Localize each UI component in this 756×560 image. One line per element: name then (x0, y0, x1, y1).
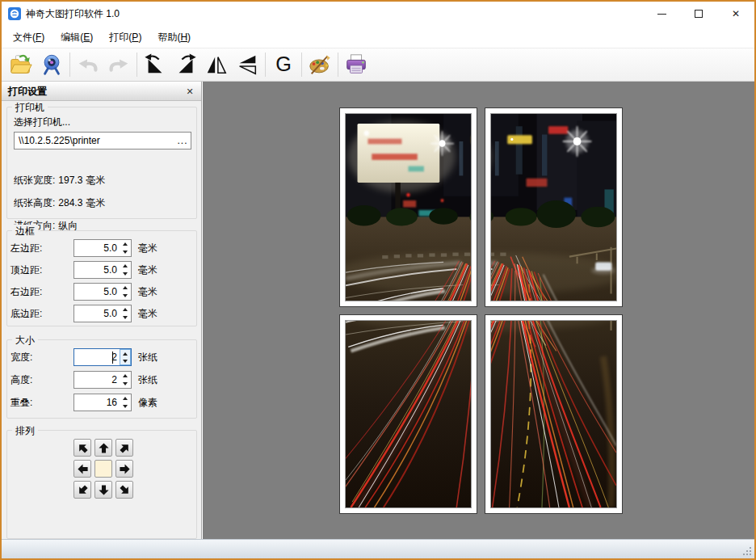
arrange-group-title: 排列 (12, 424, 38, 438)
spin-up-button[interactable] (120, 240, 131, 248)
spin-down-button[interactable] (120, 248, 131, 256)
redo-button[interactable] (103, 50, 134, 79)
margins-group: 边框 左边距: 毫米 顶边距: 毫米 右边距: (6, 230, 197, 326)
palette-icon (308, 53, 332, 77)
menu-edit[interactable]: 编辑(E) (52, 26, 101, 48)
spin-down-button[interactable] (120, 292, 131, 300)
arrange-group: 排列 (6, 430, 197, 539)
menu-file[interactable]: 文件(F) (5, 26, 52, 48)
arrange-up-left-button[interactable] (74, 439, 91, 457)
arrange-left-button[interactable] (74, 460, 91, 478)
arrow-up-right-icon (116, 439, 132, 456)
preview-tile-top-right (485, 107, 623, 307)
rotate-left-icon (143, 53, 167, 77)
tile-image (490, 113, 617, 301)
statusbar (2, 539, 754, 558)
overlap-spinbox[interactable] (74, 394, 132, 411)
spin-up-button[interactable] (120, 372, 131, 380)
margin-bottom-row: 底边距: 毫米 (10, 305, 158, 322)
browse-printer-button[interactable]: ... (174, 135, 191, 146)
toolbar-separator (69, 53, 70, 77)
menu-print[interactable]: 打印(P) (101, 26, 149, 48)
tile-image (490, 320, 617, 508)
svg-text:G: G (275, 53, 292, 75)
resize-grip[interactable] (742, 546, 752, 556)
flip-vertical-button[interactable] (232, 50, 262, 79)
app-logo-icon (8, 7, 21, 20)
printer-path-field[interactable]: ... (14, 132, 191, 149)
close-button[interactable]: ✕ (717, 2, 754, 26)
spin-up-button[interactable] (120, 262, 131, 270)
spin-down-button[interactable] (120, 357, 130, 364)
margin-bottom-spinbox[interactable] (74, 305, 132, 322)
margin-left-spinbox[interactable] (74, 239, 132, 257)
minimize-icon (657, 14, 666, 15)
menubar: 文件(F) 编辑(E) 打印(P) 帮助(H) (2, 26, 754, 48)
preview-tile-top-left (339, 107, 477, 307)
arrange-up-button[interactable] (94, 439, 112, 457)
toolbar-separator (301, 53, 302, 77)
spin-up-button[interactable] (120, 305, 131, 314)
overlap-row: 重叠: 像素 (10, 394, 158, 411)
width-row: 宽度: 张纸 (10, 348, 158, 366)
arrange-down-left-button[interactable] (74, 481, 91, 499)
flip-vertical-icon (235, 53, 259, 77)
open-image-button[interactable] (6, 50, 36, 79)
arrange-up-right-button[interactable] (116, 439, 133, 457)
spin-down-button[interactable] (120, 270, 131, 278)
printer-group-title: 打印机 (12, 101, 48, 115)
arrow-right-icon (119, 463, 131, 475)
arrange-right-button[interactable] (116, 460, 133, 478)
color-palette-button[interactable] (304, 50, 335, 79)
preview-tile-bottom-right (485, 314, 623, 514)
arrange-down-right-button[interactable] (116, 481, 133, 499)
menu-help[interactable]: 帮助(H) (149, 26, 199, 48)
margin-top-row: 顶边距: 毫米 (10, 261, 158, 279)
titlebar[interactable]: 神奇大图打印软件 1.0 ✕ (2, 2, 754, 26)
height-spinbox[interactable] (74, 371, 132, 389)
arrow-down-icon (98, 484, 110, 496)
size-group-title: 大小 (12, 334, 38, 347)
print-button[interactable] (341, 50, 372, 79)
height-row: 高度: 张纸 (10, 371, 158, 389)
margin-right-spinbox[interactable] (74, 283, 132, 301)
toolbar-separator (338, 53, 338, 77)
arrow-left-icon (77, 463, 89, 475)
flip-horizontal-icon (204, 53, 229, 77)
print-settings-panel: 打印设置 ✕ 打印机 选择打印机... ... 纸张宽度:197.3毫米 纸张高… (2, 82, 202, 539)
spin-down-button[interactable] (120, 380, 131, 388)
arrange-center-button[interactable] (94, 460, 112, 478)
spin-up-button[interactable] (120, 284, 131, 292)
preview-tile-bottom-left (339, 314, 477, 514)
margin-right-row: 右边距: 毫米 (10, 283, 158, 301)
width-spinbox[interactable] (74, 348, 132, 366)
arrange-down-button[interactable] (94, 481, 112, 499)
rotate-right-icon (174, 53, 198, 77)
spin-up-button[interactable] (120, 350, 130, 357)
paper-width-line: 纸张宽度:197.3毫米 (14, 174, 105, 187)
spin-down-button[interactable] (120, 402, 131, 411)
printer-path-input[interactable] (15, 135, 174, 146)
toolbar: G (2, 48, 754, 82)
app-window: 神奇大图打印软件 1.0 ✕ 文件(F) 编辑(E) 打印(P) 帮助(H) (0, 0, 756, 560)
open-folder-icon (9, 53, 33, 77)
arrow-down-left-icon (74, 481, 90, 498)
margin-top-spinbox[interactable] (74, 261, 132, 279)
rotate-right-button[interactable] (170, 50, 201, 79)
rotate-left-button[interactable] (140, 50, 170, 79)
flip-horizontal-button[interactable] (201, 50, 232, 79)
camera-capture-button[interactable] (36, 50, 67, 79)
grayscale-button[interactable]: G (268, 50, 299, 79)
maximize-button[interactable] (680, 2, 717, 26)
spin-down-button[interactable] (120, 314, 131, 322)
size-group: 大小 宽度: 张纸 高度: 张纸 重叠: (6, 339, 197, 419)
preview-area (203, 82, 754, 539)
arrow-up-icon (98, 442, 110, 454)
minimize-button[interactable] (643, 2, 680, 26)
margins-group-title: 边框 (12, 225, 38, 238)
spin-up-button[interactable] (120, 394, 131, 402)
undo-button[interactable] (73, 50, 103, 79)
select-printer-label[interactable]: 选择打印机... (14, 116, 70, 129)
arrow-down-right-icon (116, 481, 132, 498)
panel-close-button[interactable]: ✕ (183, 85, 196, 98)
